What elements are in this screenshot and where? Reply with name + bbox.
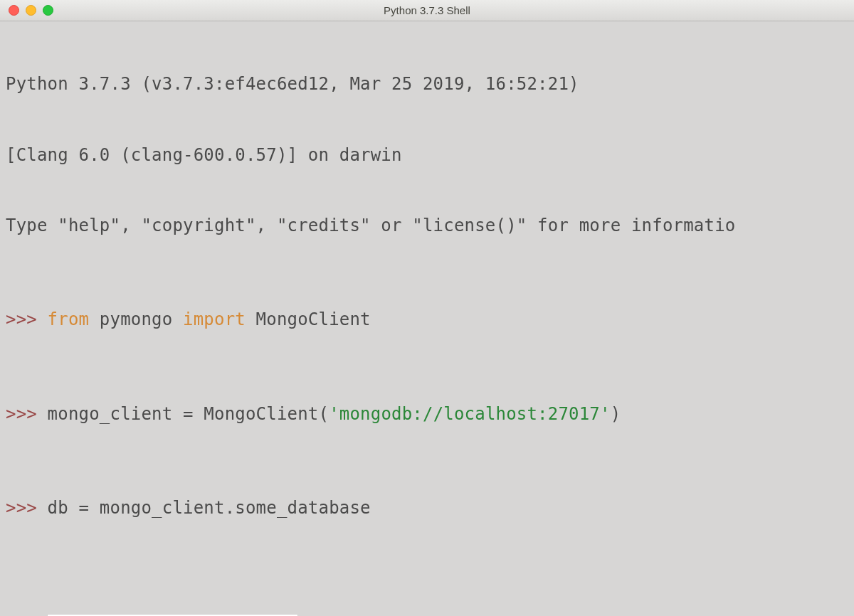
window-title: Python 3.7.3 Shell — [384, 4, 470, 16]
keyword: from — [48, 309, 90, 329]
shell-content[interactable]: Python 3.7.3 (v3.7.3:ef4ec6ed12, Mar 25 … — [0, 21, 854, 616]
close-icon[interactable] — [9, 5, 19, 16]
banner-line: Python 3.7.3 (v3.7.3:ef4ec6ed12, Mar 25 … — [6, 73, 851, 96]
code-text: db — [48, 498, 79, 518]
prompt: >>> — [6, 309, 48, 329]
code-line: >>> from pymongo import MongoClient — [6, 308, 851, 331]
code-text: ) — [611, 404, 621, 424]
prompt: >>> — [6, 404, 48, 424]
code-line: >>> mongo_client = MongoClient('mongodb:… — [6, 403, 851, 426]
code-line: >>> db = mongo_client.some_database — [6, 496, 851, 520]
minimize-icon[interactable] — [26, 5, 36, 16]
traffic-lights — [0, 5, 53, 16]
maximize-icon[interactable] — [43, 5, 53, 16]
banner-line: [Clang 6.0 (clang-600.0.57)] on darwin — [6, 144, 851, 167]
banner-line: Type "help", "copyright", "credits" or "… — [6, 214, 851, 238]
string-literal: 'mongodb://localhost:27017' — [329, 404, 611, 424]
code-text: pymongo — [89, 309, 183, 329]
code-text: = mongo_client.some_database — [79, 498, 371, 518]
code-text: MongoClient — [246, 309, 371, 329]
prompt: >>> — [6, 498, 48, 518]
keyword: import — [183, 309, 246, 329]
code-text: mongo_client = MongoClient( — [48, 404, 330, 424]
window-titlebar: Python 3.7.3 Shell — [0, 0, 854, 21]
